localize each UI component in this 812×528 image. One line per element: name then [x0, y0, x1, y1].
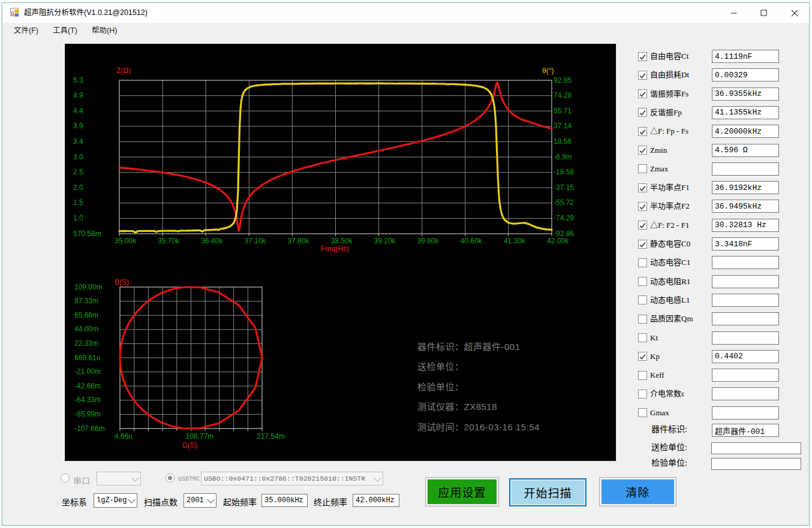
check-icon [639, 109, 646, 117]
param-checkbox-17[interactable] [638, 352, 647, 361]
param-label-2: 自由损耗Dt [650, 70, 689, 79]
device-field-value-1[interactable]: 超声器件-001 [712, 424, 779, 437]
param-value-13[interactable] [712, 275, 779, 288]
start-scan-button[interactable]: 开始扫描 [509, 478, 587, 506]
impedance-ytick: 4.4 [73, 107, 83, 115]
start-freq-input[interactable]: 35.000kHz [261, 494, 308, 507]
freq-xtick: 35.70k [158, 237, 179, 245]
device-info-line: 器件标识：超声器件-001 [417, 341, 521, 353]
minimize-button[interactable] [720, 3, 747, 23]
param-value-18[interactable] [712, 369, 779, 382]
app-window: 超声阻抗分析软件(V1.0.21@201512) 文件(F) 工具(T) 帮助(… [2, 2, 810, 526]
scan-points-combo[interactable]: 2001 [184, 493, 216, 508]
apply-settings-button[interactable]: 应用设置 [426, 478, 498, 506]
menu-tools[interactable]: 工具(T) [49, 23, 81, 38]
param-checkbox-10[interactable] [638, 221, 647, 230]
susceptance-ytick: 22.33m [74, 340, 98, 348]
param-value-15[interactable] [712, 312, 779, 325]
param-checkbox-18[interactable] [638, 371, 647, 380]
susceptance-axis-title: B(S) [115, 279, 129, 286]
param-value-5[interactable]: 4.20000kHz [712, 125, 779, 138]
check-icon [639, 128, 646, 136]
param-checkbox-9[interactable] [638, 202, 647, 211]
param-value-3[interactable]: 36.9355kHz [712, 88, 779, 101]
param-label-14: 动态电感L1 [650, 295, 690, 304]
phase-axis-title: θ(°) [542, 67, 554, 75]
param-value-12[interactable] [712, 256, 779, 269]
screen: 超声阻抗分析软件(V1.0.21@201512) 文件(F) 工具(T) 帮助(… [0, 0, 812, 528]
chevron-down-icon [374, 474, 381, 482]
param-checkbox-11[interactable] [638, 240, 647, 249]
chevron-down-icon [131, 474, 139, 482]
stop-freq-input[interactable]: 42.000kHz [353, 494, 399, 507]
check-icon [639, 185, 646, 192]
device-field-label-2: 送检单位: [651, 443, 687, 452]
minimize-icon [730, 10, 737, 16]
param-checkbox-3[interactable] [638, 89, 647, 98]
param-value-6[interactable]: 4.596 Ω [712, 144, 779, 157]
close-button[interactable] [781, 3, 808, 23]
app-icon [10, 8, 20, 18]
param-value-10[interactable]: 30.32813 Hz [712, 219, 779, 232]
clear-button[interactable]: 清除 [600, 478, 676, 506]
device-field-value-2[interactable] [711, 442, 801, 454]
freq-axis-title: Freq(Hz) [321, 245, 349, 253]
title-bar[interactable]: 超声阻抗分析软件(V1.0.21@201512) [2, 3, 809, 23]
freq-xtick: 35.00k [115, 237, 136, 245]
check-icon [639, 353, 646, 361]
param-checkbox-19[interactable] [638, 390, 647, 399]
freq-xtick: 39.90k [417, 237, 439, 245]
param-value-20[interactable] [712, 406, 779, 420]
param-checkbox-2[interactable] [638, 71, 647, 80]
param-value-17[interactable]: 0.4402 [712, 350, 779, 363]
param-checkbox-15[interactable] [638, 315, 647, 324]
susceptance-ytick: 65.66m [74, 312, 98, 319]
param-checkbox-12[interactable] [638, 258, 647, 267]
scan-points-label: 扫描点数 [144, 496, 178, 508]
phase-ytick: 92.85 [554, 77, 572, 85]
conductance-xtick: 217.54m [257, 433, 285, 440]
param-value-14[interactable] [712, 294, 779, 307]
serial-port-combo[interactable] [97, 472, 141, 485]
start-freq-label: 起始频率 [223, 496, 257, 508]
param-checkbox-16[interactable] [638, 333, 647, 342]
param-value-4[interactable]: 41.1355kHz [712, 106, 779, 119]
param-label-19: 介电常数ε [650, 389, 684, 398]
impedance-ytick: 2.0 [73, 184, 83, 192]
coord-system-combo[interactable]: lgZ-Deg [94, 493, 137, 508]
param-checkbox-4[interactable] [638, 108, 647, 117]
phase-ytick: -18.58 [554, 168, 574, 176]
visa-address-combo[interactable]: USBO::0x0471::0x2786::T020215010::INSTR [201, 472, 383, 485]
param-value-2[interactable]: 0.00329 [712, 68, 779, 82]
param-checkbox-14[interactable] [638, 295, 647, 304]
close-icon [791, 10, 798, 17]
param-label-17: Kp [650, 352, 660, 361]
param-value-7[interactable] [712, 162, 779, 176]
param-checkbox-6[interactable] [638, 146, 647, 155]
param-checkbox-13[interactable] [638, 277, 647, 286]
param-value-11[interactable]: 3.3418nF [712, 237, 779, 251]
param-checkbox-1[interactable] [638, 52, 647, 61]
param-value-19[interactable] [712, 387, 779, 400]
menu-help[interactable]: 帮助(H) [88, 23, 121, 38]
param-value-9[interactable]: 36.9495kHz [712, 200, 779, 213]
usbtmc-radio-dot [168, 476, 172, 480]
menu-file[interactable]: 文件(F) [10, 23, 42, 38]
param-value-16[interactable] [712, 331, 779, 345]
param-checkbox-7[interactable] [638, 164, 647, 173]
usbtmc-radio[interactable] [166, 473, 175, 482]
serial-radio[interactable] [61, 473, 70, 482]
device-field-label-3: 检验单位: [651, 458, 687, 467]
param-checkbox-20[interactable] [638, 408, 647, 417]
param-value-1[interactable]: 4.1119nF [712, 50, 779, 63]
conductance-axis-title: G(S) [182, 442, 197, 449]
impedance-ytick: 570.58m [73, 230, 101, 238]
device-field-value-3[interactable] [711, 458, 801, 470]
freq-xtick: 37.10k [244, 237, 266, 245]
maximize-button[interactable] [750, 3, 777, 23]
param-value-8[interactable]: 36.9192kHz [712, 181, 779, 194]
param-checkbox-8[interactable] [638, 183, 647, 192]
impedance-ytick: 3.0 [73, 153, 83, 161]
usbtmc-radio-label: USBTMC [178, 476, 200, 482]
param-checkbox-5[interactable] [638, 127, 647, 136]
